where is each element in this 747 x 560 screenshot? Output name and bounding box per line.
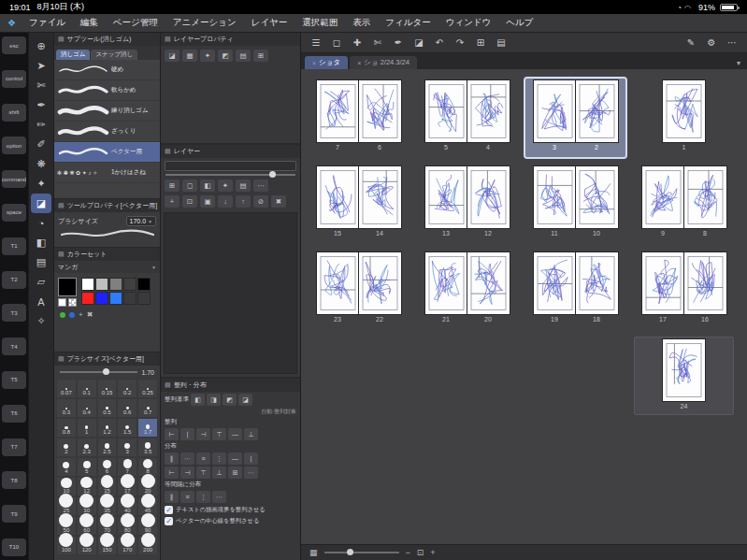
page-spread-19-18[interactable]: 1918 <box>525 251 625 329</box>
duplicate-icon[interactable]: ▣ <box>200 195 215 208</box>
edge-key-T4[interactable]: T4 <box>2 337 26 355</box>
brush-tool-icon[interactable]: ✐ <box>31 135 51 154</box>
brush-size-preset-0.07[interactable]: 0.07 <box>56 379 77 398</box>
dist-v-gap-icon[interactable]: ⊣ <box>180 467 194 479</box>
menu-item-選択範囲[interactable]: 選択範囲 <box>294 17 345 29</box>
align-vcenter-icon[interactable]: — <box>228 428 242 440</box>
brush-size-preset-2.3[interactable]: 2.3 <box>77 438 97 457</box>
slider-knob[interactable] <box>103 368 109 375</box>
transfer-icon[interactable]: ⊘ <box>253 195 268 208</box>
color-set-preset-dropdown[interactable]: マンガ▼ <box>54 261 160 273</box>
more-icon[interactable]: ⋯ <box>723 35 741 50</box>
edge-key-T2[interactable]: T2 <box>2 271 26 289</box>
brush-size-preset-120[interactable]: 120 <box>77 536 97 555</box>
color-swatch[interactable] <box>95 278 108 291</box>
border-effect-icon[interactable]: ◪ <box>165 50 180 62</box>
page-spread-1[interactable]: 1 <box>634 79 734 157</box>
dist-v-even-icon[interactable]: ⊥ <box>212 467 226 479</box>
brush-size-preset-1.5[interactable]: 1.5 <box>117 418 137 438</box>
grid-icon[interactable]: ⊞ <box>253 50 268 62</box>
align-right-icon[interactable]: ⊣ <box>196 428 210 440</box>
undo-icon[interactable]: ↶ <box>430 35 449 50</box>
new-folder-icon[interactable]: ⊡ <box>182 195 197 208</box>
subtool-tab-スナップ消し[interactable]: スナップ消し <box>91 50 137 60</box>
layer-color-icon[interactable]: ◩ <box>218 50 233 62</box>
subtool-item-ベクター用[interactable]: ベクター用 <box>54 142 160 163</box>
edge-key-T6[interactable]: T6 <box>2 405 26 423</box>
dist-more-icon[interactable]: ⋯ <box>244 467 258 479</box>
edge-key-T7[interactable]: T7 <box>2 438 26 456</box>
edge-key-T5[interactable]: T5 <box>2 371 26 389</box>
move-icon[interactable]: ✚ <box>348 35 366 50</box>
page-spread-13-12[interactable]: 1312 <box>417 165 517 243</box>
figure-tool-icon[interactable]: ▱ <box>31 272 51 292</box>
material-icon[interactable]: ▤ <box>492 35 510 50</box>
more-icon[interactable]: ⋯ <box>253 179 268 192</box>
subtool-tab-消しゴム[interactable]: 消しゴム <box>56 50 90 60</box>
effect-icon[interactable]: ✦ <box>218 179 233 192</box>
slider-knob[interactable] <box>269 171 276 178</box>
canvas-zoom-slider[interactable] <box>324 552 399 553</box>
align-bottom-icon[interactable]: ⊥ <box>244 428 258 440</box>
page-spread-21-20[interactable]: 2120 <box>417 251 517 329</box>
collapse-chevron-icon[interactable]: ▾ <box>737 59 743 69</box>
airbrush-tool-icon[interactable]: ❋ <box>31 154 51 174</box>
extract-line-icon[interactable]: ✦ <box>200 50 215 62</box>
brush-size-preset-0.25[interactable]: 0.25 <box>137 379 158 398</box>
lock-icon[interactable]: ◻ <box>182 179 197 192</box>
page-spread-15-14[interactable]: 1514 <box>309 165 409 243</box>
basis-frame-icon[interactable]: ◪ <box>238 394 252 406</box>
selection-icon[interactable]: ◻ <box>327 35 346 50</box>
brush-size-preset-0.6[interactable]: 0.6 <box>117 398 137 418</box>
align-top-icon[interactable]: ⊤ <box>212 428 226 440</box>
color-swatch[interactable] <box>95 292 108 305</box>
equal-v-icon[interactable]: ≡ <box>180 491 194 503</box>
menu-item-フィルター[interactable]: フィルター <box>378 17 438 29</box>
dist-top-icon[interactable]: ⋮ <box>212 452 226 465</box>
page-spread-24[interactable]: 24 <box>634 337 734 415</box>
main-color-chip[interactable] <box>58 278 77 296</box>
menu-item-ファイル[interactable]: ファイル <box>22 17 73 29</box>
page-list-icon[interactable]: ▦ <box>309 548 318 557</box>
brush-size-preset-100[interactable]: 100 <box>56 536 77 555</box>
subtool-item-硬め[interactable]: 硬め <box>54 60 160 80</box>
color-swatch[interactable] <box>123 278 136 291</box>
pen-tool-icon[interactable]: ✒ <box>31 95 51 115</box>
decoration-tool-icon[interactable]: ✦ <box>31 174 51 194</box>
subtool-item-練り消しゴム[interactable]: 練り消しゴム <box>54 101 160 122</box>
dist-grid-icon[interactable]: ⊞ <box>228 467 242 479</box>
color-swatch[interactable] <box>109 292 122 305</box>
brush-size-preset-3.5[interactable]: 3.5 <box>137 438 158 457</box>
brush-size-preset-0.3[interactable]: 0.3 <box>56 398 77 418</box>
menu-item-ウィンドウ[interactable]: ウィンドウ <box>438 17 499 29</box>
app-logo-icon[interactable]: ❖ <box>7 18 16 28</box>
transform-icon[interactable]: ⊞ <box>471 35 490 50</box>
edge-key-T10[interactable]: T10 <box>2 538 26 556</box>
clip-icon[interactable]: ◧ <box>200 179 215 192</box>
zoom-in-icon[interactable]: + <box>430 548 435 557</box>
menu-item-ページ管理[interactable]: ページ管理 <box>106 17 165 29</box>
settings-icon[interactable]: ⚙ <box>702 35 721 50</box>
menu-icon[interactable]: ☰ <box>307 35 325 50</box>
dist-bottom-icon[interactable]: ∣ <box>244 452 258 465</box>
brush-size-slider[interactable] <box>60 371 137 373</box>
edge-key-space[interactable]: space <box>2 204 26 222</box>
dist-vcenter-icon[interactable]: — <box>228 452 242 465</box>
align-vector-center-checkbox[interactable]: ✓ ベクターの中心線を整列させる <box>161 514 300 525</box>
zoom-tool-icon[interactable]: ⊕ <box>31 36 51 56</box>
brush-size-preset-1[interactable]: 1 <box>77 418 97 438</box>
subtool-item-ざっくり[interactable]: ざっくり <box>54 122 160 142</box>
eyedropper-tool-icon[interactable]: ✧ <box>31 311 51 331</box>
checkbox-checked-icon[interactable]: ✓ <box>165 506 173 514</box>
move-up-icon[interactable]: ↑ <box>236 195 251 208</box>
add-color-icon[interactable]: + <box>79 310 83 319</box>
tone-icon[interactable]: ▦ <box>182 50 197 62</box>
menu-item-編集[interactable]: 編集 <box>73 17 106 29</box>
edge-key-command[interactable]: command <box>2 170 26 188</box>
page-spread-5-4[interactable]: 54 <box>417 79 517 157</box>
basis-canvas-icon[interactable]: ◧ <box>191 394 205 406</box>
fill-tool-icon[interactable]: ◧ <box>31 233 51 252</box>
brush-size-preset-6[interactable]: 6 <box>97 457 118 477</box>
edge-key-shift[interactable]: shift <box>2 104 26 122</box>
brush-size-preset-1.2[interactable]: 1.2 <box>97 418 118 438</box>
